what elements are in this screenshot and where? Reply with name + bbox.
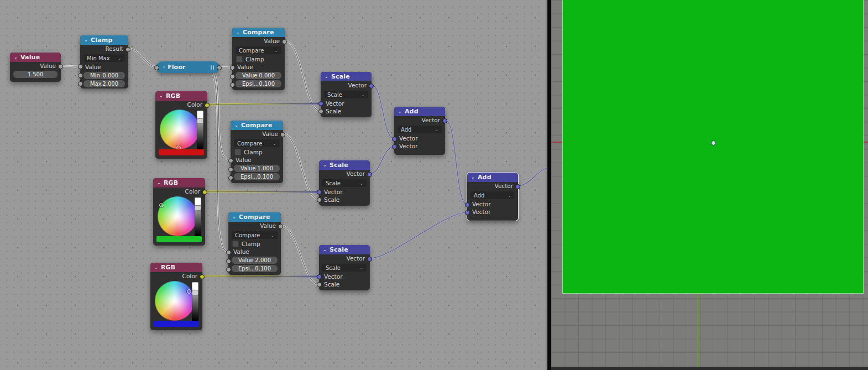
socket-input-value2[interactable] — [228, 167, 233, 172]
node-rgb-red[interactable]: ⌄ RGB Color — [155, 91, 207, 159]
socket-input-vector2[interactable] — [392, 144, 397, 149]
socket-output-color[interactable] — [205, 103, 210, 108]
value-slider[interactable] — [197, 111, 203, 149]
socket-input-value[interactable] — [228, 158, 233, 163]
socket-input-value[interactable] — [78, 64, 83, 69]
clamp-checkbox[interactable] — [234, 149, 241, 155]
socket-input-vector[interactable] — [317, 190, 322, 195]
socket-input-value2[interactable] — [230, 74, 235, 79]
epsilon-number-field[interactable]: Epsi... 0.100 — [236, 80, 281, 87]
chevron-down-icon[interactable]: ⌄ — [159, 94, 163, 98]
socket-input-scale[interactable] — [317, 197, 322, 202]
color-wheel-cursor[interactable] — [187, 289, 191, 294]
operation-dropdown[interactable]: Compare ⌄ — [232, 231, 278, 239]
value-number-field[interactable]: Value 2.000 — [232, 257, 278, 264]
socket-output-vector[interactable] — [442, 118, 447, 123]
node-header[interactable]: ⌄ Compare — [231, 121, 283, 130]
node-add-right[interactable]: ⌄ Add Vector Add ⌄ Vector Vector — [467, 173, 518, 221]
node-scale-top[interactable]: ⌄ Scale Vector Scale ⌄ Vector Scale — [321, 72, 372, 117]
node-floor-collapsed[interactable]: › Floor — [156, 61, 219, 73]
node-value[interactable]: ⌄ Value Value 1.500 — [10, 53, 61, 82]
node-header[interactable]: ⌄ Scale — [319, 245, 370, 254]
node-rgb-green[interactable]: ⌄ RGB Color — [153, 178, 205, 246]
color-swatch[interactable] — [156, 236, 202, 242]
socket-output-value[interactable] — [280, 132, 285, 137]
chevron-down-icon[interactable]: ⌄ — [157, 181, 161, 185]
socket-input-max[interactable] — [78, 81, 83, 86]
socket-output-result[interactable] — [126, 47, 130, 52]
socket-input-value[interactable] — [226, 250, 231, 255]
node-compare-bottom[interactable]: ⌄ Compare Value Compare ⌄ Clamp Value Va… — [228, 212, 281, 275]
chevron-down-icon[interactable]: ⌄ — [236, 30, 240, 35]
operation-dropdown[interactable]: Add ⌄ — [470, 191, 515, 199]
epsilon-number-field[interactable]: Epsi... 0.100 — [232, 265, 278, 272]
value-slider-handle[interactable] — [192, 290, 198, 295]
value-number-field[interactable]: Value 0.000 — [236, 72, 281, 79]
operation-dropdown[interactable]: Scale ⌄ — [324, 91, 368, 98]
node-header[interactable]: ⌄ Add — [467, 173, 518, 182]
node-header[interactable]: ⌄ Clamp — [80, 35, 128, 45]
node-header[interactable]: ⌄ Compare — [228, 212, 281, 222]
socket-output-value[interactable] — [217, 65, 222, 70]
socket-input-scale[interactable] — [318, 109, 323, 114]
operation-dropdown[interactable]: Scale ⌄ — [322, 179, 367, 187]
epsilon-number-field[interactable]: Epsi... 0.100 — [234, 173, 280, 180]
min-number-field[interactable]: Min 0.000 — [83, 72, 125, 79]
chevron-down-icon[interactable]: ⌄ — [84, 38, 88, 43]
chevron-right-icon[interactable]: › — [163, 65, 165, 70]
operation-dropdown[interactable]: Compare ⌄ — [236, 46, 281, 54]
node-header[interactable]: ⌄ RGB — [150, 263, 202, 272]
socket-input-vector1[interactable] — [392, 137, 397, 142]
node-header[interactable]: ⌄ RGB — [155, 91, 207, 101]
chevron-down-icon[interactable]: ⌄ — [232, 215, 236, 220]
node-header[interactable]: ⌄ Compare — [232, 28, 285, 37]
chevron-down-icon[interactable]: ⌄ — [234, 123, 238, 128]
color-wheel[interactable] — [155, 281, 195, 321]
value-slider-handle[interactable] — [197, 118, 203, 124]
socket-output-vector[interactable] — [369, 84, 374, 88]
socket-input-value2[interactable] — [226, 259, 231, 264]
value-number-field[interactable]: 1.500 — [13, 71, 57, 78]
node-header[interactable]: ⌄ Scale — [321, 72, 372, 81]
chevron-down-icon[interactable]: ⌄ — [398, 110, 402, 114]
clamp-type-dropdown[interactable]: Min Max ⌄ — [83, 54, 125, 62]
clamp-checkbox[interactable] — [236, 56, 243, 62]
socket-input-value[interactable] — [154, 65, 159, 70]
socket-input-epsilon[interactable] — [228, 175, 233, 180]
node-add-left[interactable]: ⌄ Add Vector Add ⌄ Vector Vector — [394, 107, 445, 155]
socket-output-color[interactable] — [202, 190, 207, 195]
node-header[interactable]: ⌄ Scale — [319, 160, 370, 170]
chevron-down-icon[interactable]: ⌄ — [325, 75, 328, 79]
color-wheel[interactable] — [158, 196, 197, 236]
chevron-down-icon[interactable]: ⌄ — [323, 163, 327, 168]
chevron-down-icon[interactable]: ⌄ — [14, 55, 18, 60]
node-rgb-blue[interactable]: ⌄ RGB Color — [150, 263, 202, 330]
socket-output-value[interactable] — [278, 224, 283, 229]
max-number-field[interactable]: Max 2.000 — [83, 80, 125, 87]
node-header[interactable]: ⌄ Value — [10, 53, 61, 62]
socket-output-value[interactable] — [282, 39, 287, 44]
operation-dropdown[interactable]: Add ⌄ — [398, 126, 442, 133]
node-header[interactable]: ⌄ Add — [394, 107, 445, 116]
viewport-3d[interactable] — [551, 0, 868, 370]
node-scale-bottom[interactable]: ⌄ Scale Vector Scale ⌄ Vector Scale — [319, 245, 370, 290]
socket-input-scale[interactable] — [317, 282, 322, 287]
chevron-down-icon[interactable]: ⌄ — [154, 265, 158, 270]
object-origin-dot[interactable] — [711, 140, 716, 145]
socket-input-value[interactable] — [230, 65, 235, 70]
chevron-down-icon[interactable]: ⌄ — [323, 248, 327, 252]
value-number-field[interactable]: Value 1.000 — [234, 165, 280, 172]
value-slider[interactable] — [195, 197, 201, 236]
node-clamp[interactable]: ⌄ Clamp Result Min Max ⌄ Value Min 0.000… — [80, 35, 128, 88]
chevron-down-icon[interactable]: ⌄ — [471, 175, 475, 180]
socket-input-vector[interactable] — [317, 274, 322, 279]
color-wheel-cursor[interactable] — [159, 203, 164, 207]
node-header[interactable]: ⌄ RGB — [153, 178, 205, 187]
color-wheel[interactable] — [160, 110, 200, 149]
value-slider[interactable] — [192, 282, 198, 321]
socket-output-vector[interactable] — [367, 257, 372, 262]
shader-node-editor[interactable]: ⌄ Value Value 1.500 ⌄ Clamp Result Min M… — [0, 0, 547, 370]
clamp-checkbox[interactable] — [232, 241, 239, 247]
color-swatch[interactable] — [154, 321, 199, 327]
operation-dropdown[interactable]: Compare ⌄ — [234, 139, 280, 147]
